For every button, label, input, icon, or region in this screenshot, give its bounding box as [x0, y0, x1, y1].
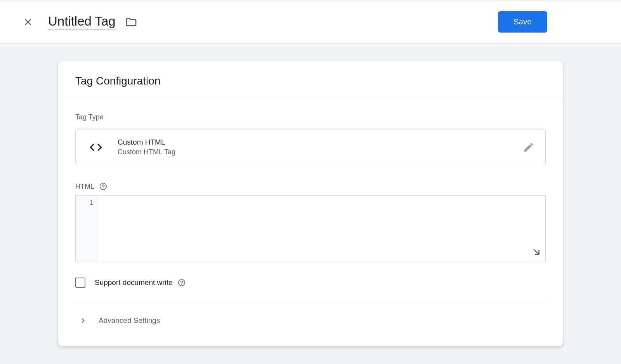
header-bar: Untitled Tag Save [0, 0, 621, 44]
pencil-icon [523, 141, 534, 153]
title-wrap: Untitled Tag [48, 14, 498, 30]
document-write-help-button[interactable] [177, 278, 186, 287]
code-icon [87, 140, 105, 155]
html-label: HTML [75, 183, 94, 191]
advanced-settings-toggle[interactable]: Advanced Settings [75, 302, 546, 337]
help-icon [99, 182, 108, 191]
save-button[interactable]: Save [498, 11, 547, 33]
content-area: Tag Configuration Tag Type Custom HTML C… [0, 44, 621, 346]
tag-type-label: Tag Type [75, 113, 546, 121]
tag-name-input[interactable]: Untitled Tag [48, 14, 116, 30]
chevron-right-icon [78, 316, 88, 325]
advanced-settings-label: Advanced Settings [99, 316, 160, 325]
html-section: HTML 1 [75, 182, 546, 262]
folder-icon [125, 16, 137, 28]
svg-point-1 [178, 279, 185, 286]
close-button[interactable] [19, 13, 37, 31]
line-number: 1 [76, 199, 93, 207]
card-header: Tag Configuration [58, 61, 563, 99]
resize-arrow-icon [531, 247, 541, 257]
html-help-button[interactable] [99, 182, 108, 191]
tag-type-text: Custom HTML Custom HTML Tag [118, 138, 523, 156]
html-label-row: HTML [75, 182, 546, 191]
html-code-editor[interactable]: 1 [75, 195, 546, 262]
tag-type-subtitle: Custom HTML Tag [118, 148, 523, 156]
edit-tag-type-button[interactable] [523, 141, 534, 153]
editor-content[interactable] [97, 196, 545, 262]
svg-point-0 [100, 183, 107, 190]
tag-configuration-card: Tag Configuration Tag Type Custom HTML C… [58, 61, 563, 346]
help-icon [177, 278, 186, 287]
tag-type-title: Custom HTML [118, 138, 523, 147]
tag-type-selector[interactable]: Custom HTML Custom HTML Tag [75, 129, 546, 165]
document-write-checkbox[interactable] [75, 278, 85, 288]
document-write-row: Support document.write [75, 278, 546, 302]
editor-gutter: 1 [76, 196, 97, 262]
close-icon [23, 17, 33, 28]
editor-resize-handle[interactable] [531, 247, 541, 259]
document-write-label: Support document.write [95, 278, 173, 287]
folder-button[interactable] [125, 16, 137, 28]
card-title: Tag Configuration [75, 75, 546, 87]
card-body: Tag Type Custom HTML Custom HTML Tag HTM… [58, 99, 563, 346]
